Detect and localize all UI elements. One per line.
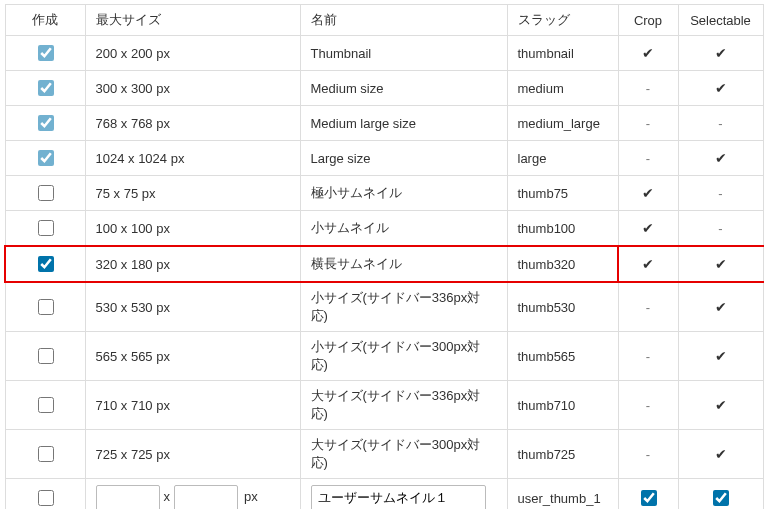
create-checkbox[interactable] (38, 299, 54, 315)
crop-cell: ✔ (618, 211, 678, 247)
size-cell: 300 x 300 px (85, 71, 300, 106)
table-row-user: xpxuser_thumb_1 (5, 479, 763, 510)
create-checkbox[interactable] (38, 185, 54, 201)
check-icon: ✔ (642, 220, 654, 236)
image-sizes-table: 作成 最大サイズ 名前 スラッグ Crop Selectable 200 x 2… (4, 4, 764, 509)
name-cell: Thumbnail (300, 36, 507, 71)
dash-icon: - (646, 116, 650, 131)
crop-cell: - (618, 282, 678, 332)
selectable-cell: - (678, 106, 763, 141)
size-cell: 710 x 710 px (85, 381, 300, 430)
check-icon: ✔ (715, 45, 727, 61)
crop-checkbox[interactable] (641, 490, 657, 506)
size-cell: 100 x 100 px (85, 211, 300, 247)
slug-cell: thumb565 (507, 332, 618, 381)
check-icon: ✔ (642, 185, 654, 201)
dash-icon: - (646, 398, 650, 413)
header-name: 名前 (300, 5, 507, 36)
crop-cell: - (618, 141, 678, 176)
table-header-row: 作成 最大サイズ 名前 スラッグ Crop Selectable (5, 5, 763, 36)
check-icon: ✔ (642, 256, 654, 272)
name-cell: Medium size (300, 71, 507, 106)
create-checkbox[interactable] (38, 256, 54, 272)
crop-cell: - (618, 381, 678, 430)
create-checkbox[interactable] (38, 490, 54, 506)
create-checkbox[interactable] (38, 348, 54, 364)
slug-cell: medium (507, 71, 618, 106)
slug-cell: thumb530 (507, 282, 618, 332)
header-create: 作成 (5, 5, 85, 36)
crop-cell: - (618, 71, 678, 106)
check-icon: ✔ (715, 446, 727, 462)
table-row: 300 x 300 pxMedium sizemedium-✔ (5, 71, 763, 106)
selectable-cell: ✔ (678, 141, 763, 176)
dash-icon: - (646, 300, 650, 315)
size-cell: 565 x 565 px (85, 332, 300, 381)
create-checkbox[interactable] (38, 150, 54, 166)
selectable-cell: ✔ (678, 332, 763, 381)
selectable-cell: ✔ (678, 282, 763, 332)
table-row: 1024 x 1024 pxLarge sizelarge-✔ (5, 141, 763, 176)
px-label: px (244, 489, 258, 504)
selectable-checkbox[interactable] (713, 490, 729, 506)
create-checkbox[interactable] (38, 115, 54, 131)
size-cell: 530 x 530 px (85, 282, 300, 332)
slug-cell: large (507, 141, 618, 176)
dash-icon: - (646, 349, 650, 364)
create-checkbox[interactable] (38, 220, 54, 236)
create-checkbox[interactable] (38, 446, 54, 462)
dash-icon: - (646, 447, 650, 462)
dash-icon: - (718, 186, 722, 201)
create-checkbox[interactable] (38, 80, 54, 96)
slug-cell: user_thumb_1 (507, 479, 618, 510)
width-input[interactable] (96, 485, 160, 509)
check-icon: ✔ (642, 45, 654, 61)
slug-cell: thumbnail (507, 36, 618, 71)
table-row: 710 x 710 px大サイズ(サイドバー336px対応)thumb710-✔ (5, 381, 763, 430)
selectable-cell: ✔ (678, 430, 763, 479)
crop-cell (618, 479, 678, 510)
selectable-cell: ✔ (678, 71, 763, 106)
slug-cell: thumb710 (507, 381, 618, 430)
name-cell: 小サイズ(サイドバー336px対応) (300, 282, 507, 332)
crop-cell: - (618, 332, 678, 381)
name-cell (300, 479, 507, 510)
create-checkbox[interactable] (38, 397, 54, 413)
name-cell: 小サイズ(サイドバー300px対応) (300, 332, 507, 381)
size-cell: 320 x 180 px (85, 246, 300, 282)
slug-cell: thumb320 (507, 246, 618, 282)
table-row: 768 x 768 pxMedium large sizemedium_larg… (5, 106, 763, 141)
size-cell: 1024 x 1024 px (85, 141, 300, 176)
size-cell: xpx (85, 479, 300, 510)
create-checkbox[interactable] (38, 45, 54, 61)
crop-cell: - (618, 430, 678, 479)
height-input[interactable] (174, 485, 238, 509)
dash-icon: - (718, 221, 722, 236)
header-slug: スラッグ (507, 5, 618, 36)
name-cell: 大サイズ(サイドバー300px対応) (300, 430, 507, 479)
selectable-cell: ✔ (678, 36, 763, 71)
name-cell: 大サイズ(サイドバー336px対応) (300, 381, 507, 430)
name-input[interactable] (311, 485, 486, 509)
name-cell: 極小サムネイル (300, 176, 507, 211)
table-row: 725 x 725 px大サイズ(サイドバー300px対応)thumb725-✔ (5, 430, 763, 479)
crop-cell: - (618, 106, 678, 141)
table-row: 200 x 200 pxThumbnailthumbnail✔✔ (5, 36, 763, 71)
table-row: 320 x 180 px横長サムネイルthumb320✔✔ (5, 246, 763, 282)
check-icon: ✔ (715, 397, 727, 413)
slug-cell: thumb75 (507, 176, 618, 211)
slug-cell: medium_large (507, 106, 618, 141)
selectable-cell: - (678, 211, 763, 247)
slug-cell: thumb100 (507, 211, 618, 247)
check-icon: ✔ (715, 150, 727, 166)
check-icon: ✔ (715, 256, 727, 272)
dash-icon: - (718, 116, 722, 131)
header-selectable: Selectable (678, 5, 763, 36)
name-cell: 小サムネイル (300, 211, 507, 247)
selectable-cell: - (678, 176, 763, 211)
size-cell: 200 x 200 px (85, 36, 300, 71)
dash-icon: - (646, 81, 650, 96)
name-cell: Medium large size (300, 106, 507, 141)
check-icon: ✔ (715, 299, 727, 315)
check-icon: ✔ (715, 348, 727, 364)
